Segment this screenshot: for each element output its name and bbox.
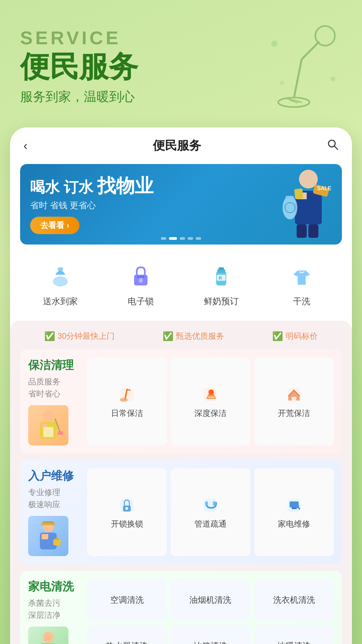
repair-section: 入户维修 专业修理极速响应 (20, 460, 342, 564)
grid-pipe[interactable]: 管道疏通 (171, 468, 250, 556)
daily-clean-label: 日常保洁 (111, 408, 143, 419)
cleaning-title: 保洁清理 (28, 358, 82, 373)
svg-line-2 (294, 59, 302, 99)
quick-icons-row: 送水到家 电子锁 (10, 255, 352, 317)
appliance-hood[interactable]: 油烟机清洗 (171, 579, 250, 621)
banner-dots (161, 237, 201, 240)
svg-point-3 (278, 98, 309, 107)
locksmith-label: 开锁换锁 (111, 519, 143, 529)
appliance-water-heater[interactable]: 热水器清洗 (87, 625, 167, 644)
appliance-info: 家电清洗 杀菌去污深层洁净 (28, 579, 82, 644)
cleaning-section: 保洁清理 品质服务省时省心 (20, 350, 342, 453)
svg-rect-61 (213, 501, 216, 505)
daily-clean-icon (117, 384, 137, 405)
svg-rect-39 (58, 431, 63, 435)
svg-line-10 (334, 146, 338, 149)
service-sections: ✅ 30分钟最快上门 ✅ 甄选优质服务 ✅ 明码标价 保洁清理 品质服务省时省心 (10, 321, 352, 644)
svg-rect-60 (205, 501, 208, 505)
svg-text:奶: 奶 (218, 276, 222, 280)
deco-service-icon (261, 20, 342, 114)
dot-1 (161, 237, 166, 240)
grid-appliance-repair[interactable]: 家电维修 (254, 468, 334, 556)
top-section: SERVICE 便民服务 服务到家，温暖到心 (0, 0, 362, 127)
locksmith-icon (117, 495, 137, 515)
cleaning-grid: 日常保洁 深度保洁 (87, 358, 334, 445)
dot-5 (196, 237, 201, 240)
repair-info: 入户维修 专业修理极速响应 (28, 468, 82, 556)
banner-btn[interactable]: 去看看 › (30, 217, 79, 234)
svg-point-28 (142, 276, 144, 278)
svg-point-26 (137, 276, 139, 278)
svg-rect-55 (55, 538, 59, 540)
quick-icon-milk[interactable]: 奶 鲜奶预订 (186, 261, 256, 307)
svg-point-66 (43, 632, 54, 643)
milk-icon: 奶 (206, 261, 236, 291)
svg-point-27 (140, 276, 142, 278)
appliance-repair-label: 家电维修 (278, 519, 310, 529)
phone-card: ‹ 便民服务 喝水 订水 找物业 省时 省钱 更省心 去看看 › (10, 127, 352, 644)
nav-title: 便民服务 (153, 138, 201, 154)
nav-bar: ‹ 便民服务 (10, 127, 352, 164)
svg-rect-25 (139, 278, 143, 283)
deep-clean-label: 深度保洁 (194, 408, 227, 419)
cleaner-avatar (28, 405, 68, 445)
quick-icon-dryclean[interactable]: 干洗 (266, 261, 337, 307)
elock-icon (126, 261, 156, 291)
back-button[interactable]: ‹ (23, 139, 27, 153)
svg-point-45 (208, 389, 214, 395)
banner-main-text: 喝水 订水 找物业 (30, 174, 332, 197)
dryclean-icon (287, 261, 317, 291)
svg-rect-48 (292, 397, 296, 401)
quick-icon-water[interactable]: 送水到家 (25, 261, 96, 307)
quick-icon-lock[interactable]: 电子锁 (105, 261, 176, 307)
banner-text: 喝水 订水 找物业 省时 省钱 更省心 去看看 › (30, 174, 332, 234)
appliance-grid: 空调清洗 油烟机清洗 洗衣机清洗 热水器清洗 冰箱清洗 地暖清洗 (87, 579, 334, 644)
grid-deep-clean[interactable]: 深度保洁 (171, 358, 250, 445)
service-badges: ✅ 30分钟最快上门 ✅ 甄选优质服务 ✅ 明码标价 (20, 331, 342, 341)
appliance-fridge[interactable]: 冰箱清洗 (171, 625, 250, 644)
repair-desc: 专业修理极速响应 (28, 486, 82, 511)
badge-fast: ✅ 30分钟最快上门 (44, 331, 115, 341)
banner[interactable]: 喝水 订水 找物业 省时 省钱 更省心 去看看 › (20, 164, 342, 245)
appliance-ac[interactable]: 空调清洗 (87, 579, 167, 621)
deep-clean-icon (200, 384, 221, 405)
svg-line-1 (302, 42, 319, 59)
svg-rect-37 (43, 427, 53, 437)
appliance-floor-heat[interactable]: 地暖清洗 (254, 625, 334, 644)
svg-point-58 (125, 507, 128, 510)
grid-daily-clean[interactable]: 日常保洁 (87, 358, 167, 445)
badge-price: ✅ 明码标价 (272, 331, 318, 341)
appliance-washer[interactable]: 洗衣机清洗 (254, 579, 334, 621)
svg-point-8 (280, 81, 284, 85)
pipe-icon (200, 495, 221, 515)
appliance-section: 家电清洗 杀菌去污深层洁净 (20, 571, 342, 644)
dryclean-label: 干洗 (293, 296, 310, 307)
dot-3 (180, 237, 185, 240)
water-icon (45, 261, 75, 291)
appliance-repair-icon (284, 495, 304, 515)
svg-rect-53 (41, 523, 56, 525)
appliance-avatar (28, 627, 68, 644)
svg-rect-54 (53, 539, 61, 545)
move-clean-icon (284, 384, 304, 405)
cleaning-info: 保洁清理 品质服务省时省心 (28, 358, 82, 445)
svg-rect-51 (42, 534, 48, 539)
elock-label: 电子锁 (128, 296, 154, 307)
svg-rect-23 (58, 267, 63, 271)
grid-locksmith[interactable]: 开锁换锁 (87, 468, 167, 556)
svg-rect-31 (219, 267, 224, 270)
svg-point-6 (271, 41, 278, 47)
badge-quality: ✅ 甄选优质服务 (163, 331, 224, 341)
dot-2[interactable] (169, 237, 177, 240)
search-button[interactable] (326, 138, 339, 153)
repair-title: 入户维修 (28, 468, 82, 484)
dot-4 (188, 237, 193, 240)
cleaning-desc: 品质服务省时省心 (28, 376, 82, 400)
repairman-avatar (28, 516, 68, 556)
grid-move-clean[interactable]: 开荒保洁 (254, 358, 334, 445)
pipe-label: 管道疏通 (194, 519, 227, 529)
repair-grid: 开锁换锁 管道疏通 (87, 468, 334, 556)
appliance-desc: 杀菌去污深层洁净 (28, 597, 82, 621)
svg-point-22 (53, 276, 68, 286)
svg-point-34 (43, 411, 54, 421)
